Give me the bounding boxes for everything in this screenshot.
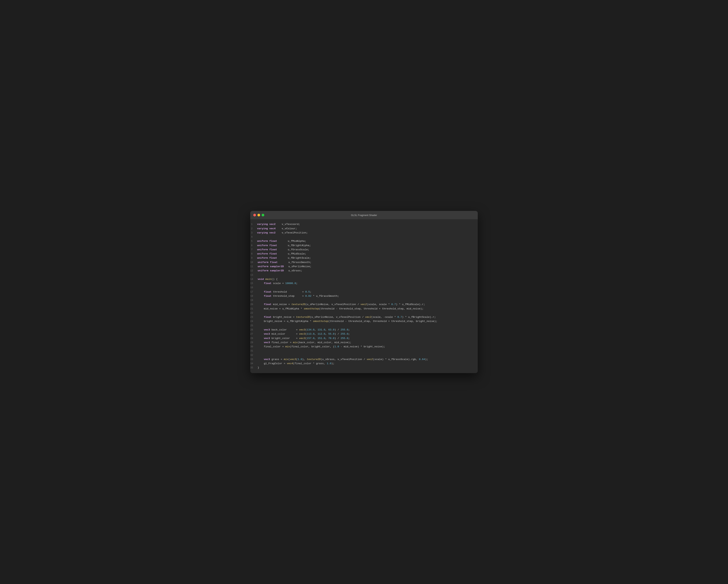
code-line: 27 vec3 mid_color = vec3(113.0, 112.0, 5… [250, 332, 478, 336]
code-line: 25 [250, 324, 478, 328]
code-line: 32 [250, 353, 478, 357]
titlebar: GLSL Fragment Shader [250, 211, 478, 219]
code-line: 3 varying vec2 v_vTexelPosition; [250, 231, 478, 235]
code-line: 9 uniform float u_fBrightScale; [250, 256, 478, 260]
code-line: 12 uniform sampler2D u_sGrass; [250, 269, 478, 273]
code-line: 1 varying vec2 v_vTexcoord; [250, 222, 478, 227]
code-line: 7 uniform float u_fGrassScale; [250, 248, 478, 252]
code-line: 11 uniform sampler2D u_sPerlinNoise; [250, 265, 478, 269]
code-editor[interactable]: 1 varying vec2 v_vTexcoord; 2 varying ve… [250, 219, 478, 373]
code-line: 33 vec3 grass = mix(vec3(1.0), texture2D… [250, 357, 478, 362]
minimize-button[interactable] [257, 214, 260, 216]
code-line: 24 bright_noise = u_fBrightAlpha * smoot… [250, 319, 478, 323]
close-button[interactable] [253, 214, 256, 216]
code-line: 19 [250, 298, 478, 302]
code-line: 4 [250, 235, 478, 239]
window-title: GLSL Fragment Shader [351, 214, 377, 217]
code-line: 31 [250, 349, 478, 353]
code-line: 23 float bright_noise = texture2D(u_sPer… [250, 315, 478, 319]
code-line: 15 float scale = 10000.0; [250, 282, 478, 286]
traffic-lights [253, 214, 264, 216]
code-line: 13 [250, 273, 478, 277]
maximize-button[interactable] [262, 214, 264, 216]
code-line: 14 void main() { [250, 277, 478, 282]
code-line: 29 vec3 final_color = mix(back_color, mi… [250, 341, 478, 345]
code-line: 26 vec3 back_color = vec3(134.0, 131.0, … [250, 328, 478, 332]
code-line: 5 uniform float u_fMidAlpha; [250, 239, 478, 243]
code-line: 16 [250, 286, 478, 290]
code-line: 30 final_color = mix(final_color, bright… [250, 345, 478, 349]
editor-window: GLSL Fragment Shader 1 varying vec2 v_vT… [250, 211, 478, 373]
code-line: 22 [250, 311, 478, 315]
code-line: 6 uniform float u_fBrightAlpha; [250, 243, 478, 248]
code-line: 17 float threshold = 0.5; [250, 290, 478, 294]
code-line: 2 varying vec4 v_vColour; [250, 227, 478, 231]
code-line: 8 uniform float u_fMidScale; [250, 252, 478, 256]
code-line: 35 } [250, 366, 478, 370]
code-line: 10 uniform float u_fGrassSmooth; [250, 260, 478, 265]
code-line: 34 gl_FragColor = vec4(final_color * gra… [250, 362, 478, 366]
code-line: 18 float threshold_step = 0.02 * u_fGras… [250, 294, 478, 298]
code-line: 28 vec3 bright_color = vec3(157.0, 151.0… [250, 336, 478, 341]
code-line: 20 float mid_noise = texture2D(u_sPerlin… [250, 302, 478, 307]
code-line: 21 mid_noise = u_fMidAlpha * smoothstep(… [250, 307, 478, 311]
